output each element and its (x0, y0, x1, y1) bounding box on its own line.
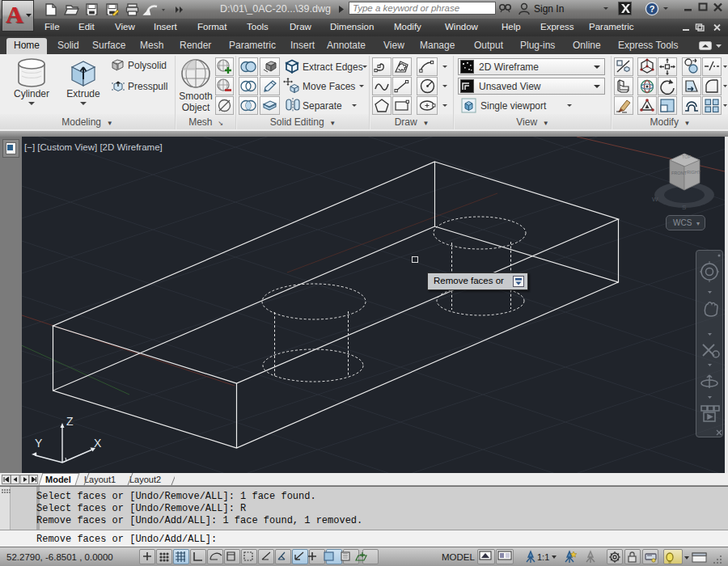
svg-text:RIGHT: RIGHT (687, 170, 701, 175)
svg-text:?: ? (650, 4, 655, 14)
svg-text:S: S (682, 204, 686, 211)
svg-text:TOP: TOP (682, 154, 692, 159)
svg-text:1:1: 1:1 (537, 552, 549, 562)
svg-text:Z: Z (66, 415, 74, 428)
svg-text:FRONT: FRONT (671, 171, 688, 175)
svg-text:Y: Y (35, 437, 43, 450)
svg-text:W: W (652, 196, 658, 203)
svg-text:X: X (94, 437, 102, 450)
